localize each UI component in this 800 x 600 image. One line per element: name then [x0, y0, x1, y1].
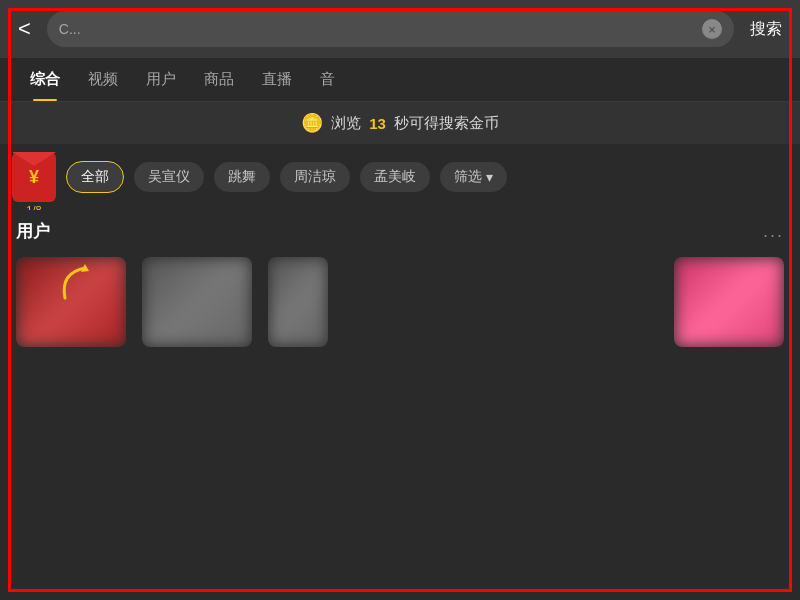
- tab-music[interactable]: 音: [306, 58, 349, 101]
- chip-dance[interactable]: 跳舞: [214, 162, 270, 192]
- tab-comprehensive[interactable]: 综合: [16, 58, 74, 101]
- gold-banner: 🪙 浏览 13 秒可得搜索金币: [0, 102, 800, 144]
- filter-icon: ▾: [486, 169, 493, 185]
- user-cards-row: [0, 249, 800, 355]
- user-card-4[interactable]: [674, 257, 784, 347]
- users-section-header: 用户 ...: [0, 210, 800, 249]
- red-envelope-button[interactable]: ¥: [12, 152, 56, 202]
- users-section-title: 用户: [16, 220, 50, 243]
- filter-chip[interactable]: 筛选 ▾: [440, 162, 507, 192]
- tab-goods[interactable]: 商品: [190, 58, 248, 101]
- search-button[interactable]: 搜索: [744, 15, 788, 44]
- users-section-more[interactable]: ...: [763, 221, 784, 242]
- envelope-icon: ¥: [29, 167, 39, 188]
- coin-count-label: 1/8: [12, 204, 56, 210]
- tab-live[interactable]: 直播: [248, 58, 306, 101]
- chip-wuxuanyi[interactable]: 吴宣仪: [134, 162, 204, 192]
- chips-row: ¥ 1/8 全部 吴宣仪 跳舞 周洁琼 孟美岐 筛选 ▾: [0, 144, 800, 210]
- user-card-3-image: [268, 257, 328, 347]
- user-card-2[interactable]: [142, 257, 252, 347]
- tabs-row: 综合 视频 用户 商品 直播 音: [0, 58, 800, 102]
- app-container: < C... × 搜索 综合 视频 用户 商品 直播 音 🪙 浏览 13 秒可得…: [0, 0, 800, 600]
- clear-button[interactable]: ×: [702, 19, 722, 39]
- banner-count: 13: [369, 115, 386, 132]
- user-card-3[interactable]: [268, 257, 328, 347]
- tab-user[interactable]: 用户: [132, 58, 190, 101]
- chip-zhoujiequn[interactable]: 周洁琼: [280, 162, 350, 192]
- envelope-chip-wrap: ¥ 1/8: [12, 152, 56, 202]
- back-button[interactable]: <: [12, 12, 37, 46]
- search-input-wrap: C... ×: [47, 11, 734, 47]
- tab-video[interactable]: 视频: [74, 58, 132, 101]
- user-card-4-image: [674, 257, 784, 347]
- banner-text-prefix: 浏览: [331, 114, 361, 133]
- filter-chip-label: 筛选: [454, 168, 482, 186]
- user-card-2-image: [142, 257, 252, 347]
- banner-text-suffix: 秒可得搜索金币: [394, 114, 499, 133]
- chip-all[interactable]: 全部: [66, 161, 124, 193]
- search-bar: < C... × 搜索: [0, 0, 800, 58]
- chip-mengmei[interactable]: 孟美岐: [360, 162, 430, 192]
- spacer: [344, 257, 658, 347]
- gold-coin-icon: 🪙: [301, 112, 323, 134]
- search-input[interactable]: C...: [59, 21, 694, 37]
